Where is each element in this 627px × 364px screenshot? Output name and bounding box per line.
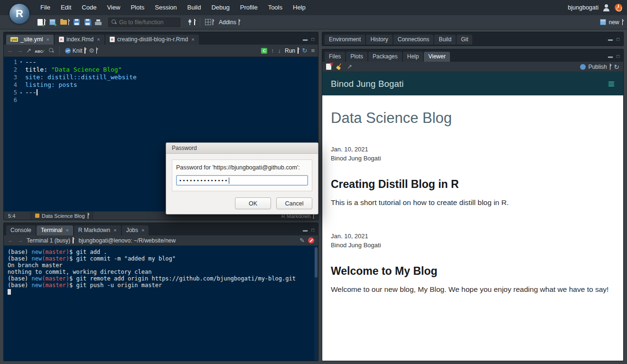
cancel-button[interactable]: Cancel <box>276 197 312 209</box>
menu-tools[interactable]: Tools <box>263 0 288 15</box>
pane-tab-build[interactable]: Build <box>434 35 456 45</box>
back-icon[interactable]: ← <box>8 237 14 243</box>
minimize-icon[interactable]: ▬ <box>303 37 308 42</box>
dialog-titlebar[interactable]: Password <box>166 143 318 154</box>
run-next-icon[interactable]: ↓ <box>278 47 281 54</box>
menu-icon[interactable]: ≡ <box>608 78 615 90</box>
console-tab-terminal[interactable]: Terminal× <box>37 225 73 235</box>
console-tabs: ConsoleTerminal×R Markdown×Jobs× <box>6 225 149 235</box>
interrupt-icon[interactable] <box>308 237 314 243</box>
close-icon[interactable]: × <box>97 37 100 42</box>
console-tab-r-markdown[interactable]: R Markdown× <box>74 225 121 235</box>
password-input[interactable]: •••••••••••••• <box>176 175 308 186</box>
close-icon[interactable]: × <box>66 227 68 233</box>
scrollbar-thumb[interactable] <box>315 247 318 278</box>
rerun-icon[interactable]: ↻ <box>302 47 308 54</box>
maximize-icon[interactable]: □ <box>311 37 314 42</box>
menu-edit[interactable]: Edit <box>56 0 76 15</box>
document-outline-icon[interactable]: ≡ <box>311 47 315 54</box>
pane-tab-plots[interactable]: Plots <box>346 52 367 62</box>
editor-settings-button[interactable]: ⚙ ▾ <box>89 47 97 54</box>
post-item[interactable]: Jan. 10, 2021Binod Jung BogatiCreating D… <box>331 145 611 208</box>
maximize-icon[interactable]: □ <box>617 37 619 42</box>
pane-tab-environment[interactable]: Environment <box>325 35 365 45</box>
version-control-button[interactable]: ▾ <box>186 17 197 28</box>
console-tab-console[interactable]: Console <box>6 225 36 235</box>
chevron-down-icon[interactable]: ▾ <box>213 19 214 25</box>
chevron-down-icon[interactable]: ▾ <box>194 19 195 25</box>
new-project-button[interactable] <box>48 17 57 28</box>
project-selector[interactable]: new ▾ <box>600 19 623 26</box>
pane-tab-git[interactable]: Git <box>457 35 472 45</box>
close-icon[interactable]: × <box>46 37 49 42</box>
run-previous-icon[interactable]: ↑ <box>271 47 274 54</box>
section-navigator[interactable]: Data Science Blog ▾ <box>30 212 93 220</box>
terminal-token: (base) <box>8 275 32 282</box>
print-button[interactable] <box>94 17 103 28</box>
user-account-icon[interactable] <box>603 4 610 11</box>
quit-session-icon[interactable] <box>615 4 622 11</box>
menu-code[interactable]: Code <box>76 0 102 15</box>
find-icon[interactable] <box>49 48 54 53</box>
menu-profile[interactable]: Profile <box>235 0 263 15</box>
open-file-button[interactable]: ▾ <box>59 17 71 28</box>
pane-tab-connections[interactable]: Connections <box>393 35 434 45</box>
post-item[interactable]: Jan. 10, 2021Binod Jung BogatiWelcome to… <box>331 232 611 295</box>
pane-tab-files[interactable]: Files <box>325 52 345 62</box>
knit-button[interactable]: Knit ▾ <box>65 47 85 54</box>
fold-marker-icon[interactable]: ▾ <box>17 58 25 66</box>
refresh-icon[interactable]: ↻ <box>614 63 619 71</box>
popout-icon[interactable]: ↗ <box>26 47 31 54</box>
pane-tab-help[interactable]: Help <box>403 52 423 62</box>
back-icon[interactable]: ← <box>7 47 13 54</box>
maximize-icon[interactable]: □ <box>311 228 314 233</box>
pane-tab-history[interactable]: History <box>366 35 392 45</box>
run-button[interactable]: Run ▾ <box>285 47 299 54</box>
new-file-button[interactable]: ▾ <box>36 17 47 28</box>
close-icon[interactable]: × <box>141 227 144 233</box>
post-title[interactable]: Creating Distill Blog in R <box>331 178 611 191</box>
close-icon[interactable]: × <box>191 37 194 42</box>
menu-build[interactable]: Build <box>182 0 206 15</box>
console-tab-jobs[interactable]: Jobs× <box>122 225 149 235</box>
menu-session[interactable]: Session <box>150 0 182 15</box>
goto-file-input[interactable] <box>119 19 177 26</box>
minimize-icon[interactable]: ▬ <box>303 228 308 233</box>
forward-icon[interactable]: → <box>17 237 23 243</box>
menu-plots[interactable]: Plots <box>125 0 150 15</box>
terminal-output[interactable]: (base) new(master)$ git add .(base) new(… <box>4 246 318 361</box>
menu-view[interactable]: View <box>102 0 125 15</box>
publish-button[interactable]: Publish ▾ <box>580 64 610 70</box>
pencil-icon[interactable]: ✎ <box>299 237 305 243</box>
broom-icon[interactable] <box>336 63 343 70</box>
maximize-icon[interactable]: □ <box>617 54 619 59</box>
close-icon[interactable]: × <box>113 227 116 233</box>
pane-tab-viewer[interactable]: Viewer <box>424 52 449 62</box>
minimize-icon[interactable]: ▬ <box>608 54 613 59</box>
menu-debug[interactable]: Debug <box>206 0 234 15</box>
spellcheck-button[interactable]: ABC✓ <box>35 47 46 54</box>
save-button[interactable] <box>72 17 81 28</box>
goto-file-box[interactable] <box>108 18 180 27</box>
source-tab-index-rmd[interactable]: Rindex.Rmd× <box>55 35 104 45</box>
fold-marker-icon[interactable]: ▴ <box>17 89 25 96</box>
source-tab-site-yml[interactable]: yml_site.yml× <box>6 35 54 45</box>
source-tab-creating-distill-blog-in-r-rmd[interactable]: Rcreating-distill-blog-in-r.Rmd× <box>105 35 199 45</box>
workspace-panes-button[interactable]: ▾ <box>204 17 215 28</box>
menu-file[interactable]: File <box>35 0 56 15</box>
ok-button[interactable]: OK <box>235 197 271 209</box>
menu-help[interactable]: Help <box>288 0 311 15</box>
addins-button[interactable]: Addins ▾ <box>216 19 242 26</box>
chevron-down-icon[interactable]: ▾ <box>68 19 69 25</box>
terminal-scrollbar[interactable] <box>314 246 318 361</box>
popout-icon[interactable]: ↗ <box>347 64 352 70</box>
terminal-selector[interactable]: Terminal 1 (busy) ▾ <box>27 237 74 244</box>
save-all-button[interactable] <box>83 17 92 28</box>
post-title[interactable]: Welcome to My Blog <box>331 265 611 278</box>
insert-chunk-icon[interactable]: C <box>261 48 267 54</box>
forward-icon[interactable]: → <box>17 47 23 54</box>
pane-tab-packages[interactable]: Packages <box>368 52 402 62</box>
clear-viewer-icon[interactable] <box>326 64 331 70</box>
site-title[interactable]: Binod Jung Bogati <box>331 79 404 89</box>
minimize-icon[interactable]: ▬ <box>608 37 613 42</box>
